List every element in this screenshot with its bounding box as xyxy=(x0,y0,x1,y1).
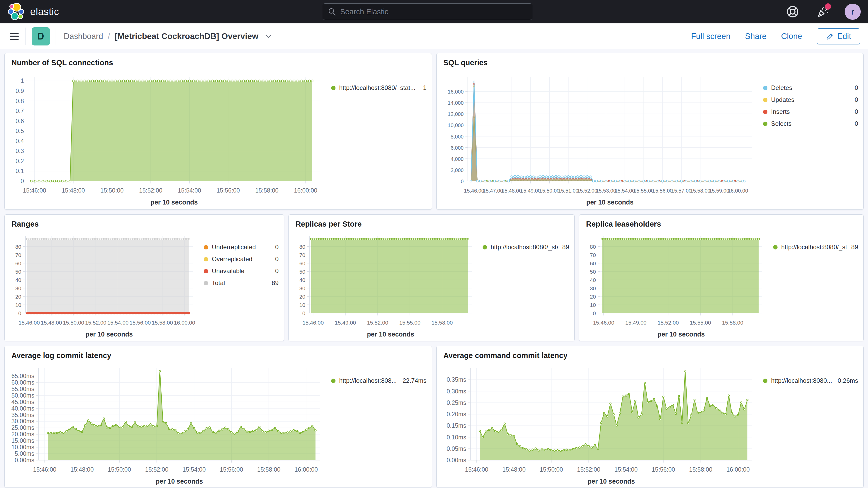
page-title: [Metricbeat CockroachDB] Overview xyxy=(115,31,258,41)
svg-text:15:50:00: 15:50:00 xyxy=(539,188,560,193)
svg-text:0.2: 0.2 xyxy=(16,158,24,164)
svg-text:16:00:00: 16:00:00 xyxy=(294,187,317,194)
svg-text:15:52:00: 15:52:00 xyxy=(577,188,597,193)
legend-dot xyxy=(204,245,208,249)
svg-text:15:51:00: 15:51:00 xyxy=(558,188,579,193)
svg-text:80: 80 xyxy=(16,244,21,250)
logo-text: elastic xyxy=(30,6,59,18)
svg-text:0.4: 0.4 xyxy=(16,138,24,145)
svg-text:15.00ms: 15.00ms xyxy=(11,437,34,444)
svg-text:per 10 seconds: per 10 seconds xyxy=(151,199,198,206)
edit-button[interactable]: Edit xyxy=(817,28,860,44)
svg-text:15:49:00: 15:49:00 xyxy=(625,319,647,326)
notification-dot xyxy=(825,3,831,10)
legend-entry[interactable]: Total 89 xyxy=(204,279,279,286)
svg-text:0: 0 xyxy=(18,310,21,316)
panel-title: Replica leaseholders xyxy=(586,220,858,228)
svg-text:65.00ms: 65.00ms xyxy=(11,373,34,379)
menu-button[interactable] xyxy=(10,33,19,40)
svg-text:60: 60 xyxy=(590,261,596,266)
svg-text:30: 30 xyxy=(299,285,305,291)
legend-value: 22.74ms xyxy=(398,377,427,384)
svg-text:15:47:00: 15:47:00 xyxy=(483,188,503,193)
legend-entry[interactable]: Underreplicated 0 xyxy=(204,243,279,251)
global-search xyxy=(323,3,532,20)
svg-text:15:50:00: 15:50:00 xyxy=(100,187,124,194)
ranges-chart: 0102030405060708015:46:0015:48:0015:50:0… xyxy=(10,229,197,338)
full-screen-button[interactable]: Full screen xyxy=(691,32,731,41)
svg-text:0.1: 0.1 xyxy=(16,167,24,174)
toolbar: D Dashboard / [Metricbeat CockroachDB] O… xyxy=(0,23,868,49)
svg-text:0.5: 0.5 xyxy=(16,128,24,134)
svg-text:40: 40 xyxy=(299,277,305,283)
svg-text:16:00:00: 16:00:00 xyxy=(174,319,195,326)
svg-text:15:46:00: 15:46:00 xyxy=(464,188,484,193)
svg-text:2,000: 2,000 xyxy=(451,167,464,173)
svg-text:50: 50 xyxy=(299,269,305,275)
legend-entry[interactable]: http://localhost:8080... 0.26ms xyxy=(763,377,858,384)
svg-text:70: 70 xyxy=(299,252,305,258)
svg-text:45.00ms: 45.00ms xyxy=(11,399,34,405)
elastic-logo[interactable]: elastic xyxy=(7,2,59,21)
svg-text:60: 60 xyxy=(16,261,21,266)
legend-entry[interactable]: Unavailable 0 xyxy=(204,267,279,275)
svg-text:0.00ms: 0.00ms xyxy=(15,457,34,464)
panel-title: Number of SQL connections xyxy=(11,58,427,67)
legend-entry[interactable]: Deletes 0 xyxy=(763,84,858,91)
replicas-per-store-chart: 0102030405060708015:46:0015:49:0015:52:0… xyxy=(294,229,476,338)
avg-command-commit-latency-chart: 0.00ms0.05ms0.10ms0.15ms0.20ms0.25ms0.30… xyxy=(442,360,756,485)
svg-text:per 10 seconds: per 10 seconds xyxy=(657,331,705,338)
share-button[interactable]: Share xyxy=(745,32,767,41)
svg-text:20: 20 xyxy=(299,294,305,300)
svg-text:0.9: 0.9 xyxy=(16,88,24,94)
svg-text:50.00ms: 50.00ms xyxy=(11,392,34,399)
avatar[interactable]: r xyxy=(845,4,861,20)
breadcrumb: Dashboard / [Metricbeat CockroachDB] Ove… xyxy=(64,31,272,41)
legend-entry[interactable]: Updates 0 xyxy=(763,96,858,103)
legend-entry[interactable]: http://localhost:8080/_stat... 1 xyxy=(331,84,427,91)
help-button[interactable] xyxy=(785,4,800,19)
legend-label: http://localhost:8080/_sta... xyxy=(781,243,847,251)
legend-dot xyxy=(763,122,768,126)
svg-text:0.7: 0.7 xyxy=(16,108,24,114)
svg-text:40: 40 xyxy=(590,277,596,283)
legend-entry[interactable]: http://localhost:8080/_sta... 89 xyxy=(483,243,569,251)
search-input[interactable] xyxy=(323,3,532,20)
legend-entry[interactable]: http://localhost:8080/_sta... 89 xyxy=(773,243,858,251)
svg-text:16,000: 16,000 xyxy=(448,89,464,95)
clone-button[interactable]: Clone xyxy=(781,32,802,41)
svg-text:15:46:00: 15:46:00 xyxy=(23,187,46,194)
legend-label: Underreplicated xyxy=(212,243,256,251)
legend-entry[interactable]: Selects 0 xyxy=(763,120,858,127)
svg-text:15:49:00: 15:49:00 xyxy=(521,188,541,193)
legend-value: 0 xyxy=(850,96,858,103)
svg-text:80: 80 xyxy=(590,244,596,250)
breadcrumb-dashboard[interactable]: Dashboard xyxy=(64,32,103,41)
svg-text:6,000: 6,000 xyxy=(451,145,464,151)
legend-entry[interactable]: Inserts 0 xyxy=(763,108,858,115)
newsfeed-button[interactable] xyxy=(815,4,830,19)
legend-label: Inserts xyxy=(771,108,790,115)
svg-text:15:59:00: 15:59:00 xyxy=(709,188,729,193)
chart-legend: http://localhost:8080/_stat... 1 xyxy=(324,67,427,207)
svg-text:per 10 seconds: per 10 seconds xyxy=(156,478,203,485)
legend-label: Updates xyxy=(771,96,794,103)
svg-text:0: 0 xyxy=(461,179,464,184)
replica-leaseholders-chart: 0102030405060708015:46:0015:49:0015:52:0… xyxy=(585,229,766,338)
svg-text:15:58:00: 15:58:00 xyxy=(431,319,453,326)
svg-text:15:56:00: 15:56:00 xyxy=(220,466,243,473)
svg-text:0: 0 xyxy=(302,310,305,316)
svg-text:10,000: 10,000 xyxy=(448,122,464,128)
svg-text:12,000: 12,000 xyxy=(448,111,464,117)
panel-title: Replicas per Store xyxy=(296,220,569,228)
legend-dot xyxy=(204,257,208,262)
svg-text:0: 0 xyxy=(593,310,596,316)
chevron-down-icon[interactable] xyxy=(265,34,272,39)
svg-text:15:56:00: 15:56:00 xyxy=(652,466,675,473)
svg-text:0.30ms: 0.30ms xyxy=(447,388,466,395)
legend-entry[interactable]: Overreplicated 0 xyxy=(204,255,279,263)
svg-text:14,000: 14,000 xyxy=(448,100,464,106)
legend-entry[interactable]: http://localhost:808... 22.74ms xyxy=(331,377,427,384)
dashboard-app-badge[interactable]: D xyxy=(32,27,50,45)
svg-text:30.00ms: 30.00ms xyxy=(11,418,34,425)
